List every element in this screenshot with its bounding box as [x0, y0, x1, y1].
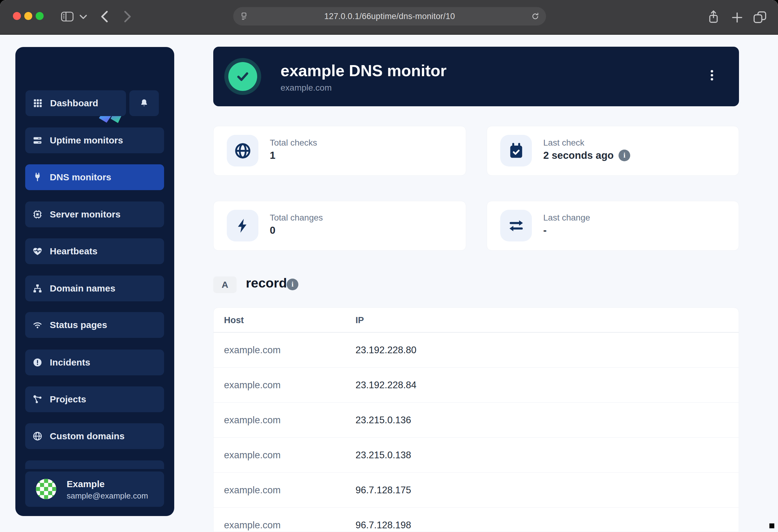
reload-icon[interactable] — [531, 12, 540, 21]
stat-label: Last check — [543, 138, 585, 148]
column-header-host: Host — [224, 315, 244, 325]
sidebar-item-label: Heartbeats — [50, 246, 97, 257]
sidebar-item-domain-names[interactable]: Domain names — [25, 275, 164, 301]
forward-button[interactable] — [122, 10, 133, 23]
table-row: example.com 23.192.228.80 — [214, 333, 739, 368]
sidebar-item-label: Projects — [50, 394, 86, 405]
sitemap-icon — [32, 283, 43, 294]
calendar-check-icon — [500, 135, 532, 167]
plug-icon — [32, 172, 43, 183]
sidebar-item-label: DNS monitors — [50, 172, 111, 182]
info-icon[interactable]: i — [619, 150, 630, 161]
host-cell: example.com — [224, 485, 281, 496]
stat-value: 0 — [270, 225, 275, 236]
sidebar-item-label: Domain names — [50, 283, 115, 294]
table-row: example.com 96.7.128.198 — [214, 508, 739, 532]
stat-value: 1 — [270, 150, 275, 161]
browser-chrome: 127.0.0.1/66uptime/dns-monitor/10 — [0, 0, 778, 35]
sidebar-item-partial[interactable] — [25, 460, 164, 469]
table-row: example.com 23.215.0.136 — [214, 403, 739, 438]
user-email: sample@example.com — [67, 491, 148, 501]
host-cell: example.com — [224, 345, 281, 356]
sidebar: Dashboard Uptime monitors — [15, 47, 174, 516]
dashboard-grid-icon — [32, 98, 43, 109]
zoom-window-button[interactable] — [35, 12, 44, 20]
sidebar-item-dns-monitors[interactable]: DNS monitors — [25, 164, 164, 190]
ip-cell: 23.215.0.136 — [356, 415, 411, 426]
sidebar-item-label: Server monitors — [50, 209, 121, 219]
monitor-title: example DNS monitor — [281, 62, 447, 80]
chevron-down-icon[interactable] — [79, 14, 87, 20]
sidebar-item-label: Dashboard — [50, 98, 98, 108]
bolt-icon — [227, 210, 258, 242]
close-window-button[interactable] — [13, 12, 21, 20]
swap-arrows-icon — [500, 210, 532, 242]
stat-label: Total checks — [270, 138, 317, 148]
column-header-ip: IP — [356, 315, 364, 325]
stat-label: Total changes — [270, 213, 323, 223]
sidebar-item-status-pages[interactable]: Status pages — [25, 312, 164, 338]
sidebar-item-label: Custom domains — [50, 431, 125, 441]
stat-card-total-checks: Total checks 1 — [213, 126, 466, 176]
stat-value: - — [543, 225, 547, 236]
share-nodes-icon — [32, 394, 43, 405]
user-menu[interactable]: Example sample@example.com — [25, 471, 164, 507]
host-cell: example.com — [224, 380, 281, 391]
sidebar-item-label: Status pages — [50, 320, 107, 330]
record-type-badge: A — [213, 276, 237, 293]
globe-icon — [32, 431, 43, 442]
records-info-icon[interactable]: i — [287, 279, 298, 290]
heartbeat-icon — [32, 246, 43, 257]
address-bar[interactable]: 127.0.0.1/66uptime/dns-monitor/10 — [233, 7, 546, 25]
sidebar-item-projects[interactable]: Projects — [25, 386, 164, 412]
status-up-icon — [224, 58, 261, 95]
sidebar-toggle-icon[interactable] — [60, 10, 74, 23]
stat-label: Last change — [543, 213, 590, 223]
exclamation-circle-icon — [32, 357, 43, 368]
ip-cell: 23.215.0.138 — [356, 450, 411, 461]
server-stack-icon — [32, 135, 43, 146]
cpu-chip-icon — [32, 209, 43, 220]
sidebar-item-server-monitors[interactable]: Server monitors — [25, 201, 164, 227]
table-header-row: Host IP — [214, 308, 739, 333]
wifi-icon — [32, 320, 43, 331]
sidebar-item-label: Uptime monitors — [50, 135, 123, 146]
stat-card-last-check: Last check 2 seconds ago i — [487, 126, 739, 176]
sidebar-item-uptime-monitors[interactable]: Uptime monitors — [25, 127, 164, 153]
monitor-domain: example.com — [281, 83, 332, 93]
ip-cell: 23.192.228.84 — [356, 380, 416, 391]
ip-cell: 96.7.128.175 — [356, 485, 411, 496]
back-button[interactable] — [99, 10, 110, 23]
monitor-header-card: example DNS monitor example.com — [213, 47, 739, 106]
table-row: example.com 23.192.228.84 — [214, 368, 739, 403]
mouse-cursor — [769, 523, 774, 528]
user-avatar — [36, 479, 56, 499]
stat-card-last-change: Last change - — [487, 201, 739, 251]
stat-value: 2 seconds ago — [543, 150, 614, 161]
minimize-window-button[interactable] — [24, 12, 32, 20]
table-row: example.com 23.215.0.138 — [214, 438, 739, 473]
url-text: 127.0.0.1/66uptime/dns-monitor/10 — [233, 12, 546, 21]
sidebar-item-dashboard[interactable]: Dashboard — [25, 90, 126, 116]
share-icon[interactable] — [706, 9, 721, 25]
stat-card-total-changes: Total changes 0 — [213, 201, 466, 251]
host-cell: example.com — [224, 415, 281, 426]
new-tab-icon[interactable] — [730, 10, 744, 24]
tab-overview-icon[interactable] — [752, 10, 768, 24]
sidebar-item-incidents[interactable]: Incidents — [25, 350, 164, 375]
user-name: Example — [67, 479, 104, 489]
bell-icon — [139, 98, 150, 109]
sidebar-item-heartbeats[interactable]: Heartbeats — [25, 238, 164, 264]
table-row: example.com 96.7.128.175 — [214, 473, 739, 508]
host-cell: example.com — [224, 450, 281, 461]
globe-stat-icon — [227, 135, 258, 167]
records-table: Host IP example.com 23.192.228.80 exampl… — [213, 307, 739, 532]
sidebar-item-custom-domains[interactable]: Custom domains — [25, 423, 164, 449]
notifications-button[interactable] — [129, 90, 159, 116]
ip-cell: 96.7.128.198 — [356, 520, 411, 531]
monitor-options-button[interactable] — [707, 66, 717, 85]
browser-window: 127.0.0.1/66uptime/dns-monitor/10 — [0, 0, 778, 532]
sidebar-item-label: Incidents — [50, 357, 90, 368]
host-cell: example.com — [224, 520, 281, 531]
ip-cell: 23.192.228.80 — [356, 345, 416, 356]
